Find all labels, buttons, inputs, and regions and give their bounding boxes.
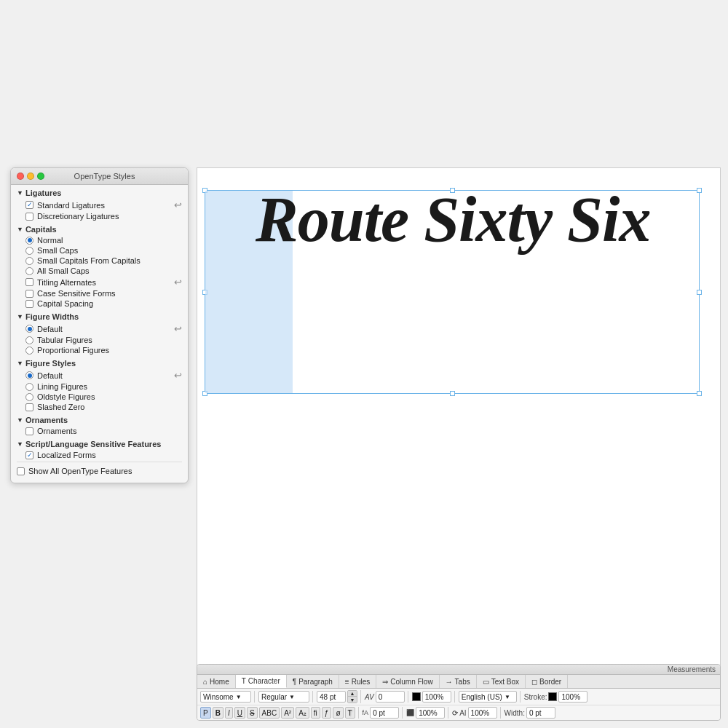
- checkbox-ornaments[interactable]: [25, 427, 33, 435]
- font-size-input[interactable]: 48 pt: [317, 691, 346, 703]
- canvas-text[interactable]: Route Sixty Six: [256, 183, 650, 256]
- option-proportional-figures[interactable]: Proportional Figures: [11, 345, 188, 355]
- scale-h-input[interactable]: 100%: [416, 707, 445, 719]
- tab-column-flow[interactable]: ⇒ Column Flow: [376, 675, 439, 688]
- figure-styles-arrow: ▼: [17, 360, 23, 367]
- baseline-input[interactable]: 0 pt: [370, 707, 399, 719]
- radio-normal[interactable]: [25, 237, 33, 245]
- oe-btn[interactable]: ø: [333, 707, 343, 719]
- option-case-sensitive-forms[interactable]: Case Sensitive Forms: [11, 288, 188, 298]
- option-slashed-zero[interactable]: Slashed Zero: [11, 402, 188, 412]
- font-size-stepper[interactable]: ▲ ▼: [347, 690, 357, 703]
- superscript-btn[interactable]: A²: [281, 707, 294, 719]
- checkbox-case-sensitive-forms[interactable]: [25, 290, 33, 298]
- italic-btn[interactable]: I: [225, 707, 233, 719]
- section-capitals[interactable]: ▼ Capitals: [11, 221, 188, 235]
- tab-tabs[interactable]: → Tabs: [440, 675, 477, 688]
- tab-character[interactable]: T Character: [236, 675, 287, 688]
- section-figure-styles[interactable]: ▼ Figure Styles: [11, 355, 188, 369]
- radio-lining-figures[interactable]: [25, 383, 33, 391]
- underline-btn[interactable]: U: [234, 707, 245, 719]
- lining-figures-label: Lining Figures: [37, 382, 87, 391]
- handle-bottom-center[interactable]: [450, 391, 455, 396]
- measurements-bar: Measurements ⌂ Home T Character ¶ Paragr…: [197, 664, 721, 721]
- stroke-swatch[interactable]: [548, 692, 557, 701]
- option-localized-forms[interactable]: Localized Forms: [11, 450, 188, 460]
- checkbox-titling-alternates[interactable]: [25, 278, 33, 286]
- language-select[interactable]: English (US) ▼: [459, 691, 517, 703]
- option-lining-figures[interactable]: Lining Figures: [11, 381, 188, 392]
- option-discretionary-ligatures[interactable]: Discretionary Ligatures: [11, 211, 188, 221]
- strikethrough-btn[interactable]: S: [247, 707, 258, 719]
- show-all-row[interactable]: Show All OpenType Features: [11, 464, 188, 478]
- kern-input[interactable]: 0: [376, 691, 405, 703]
- radio-all-small-caps[interactable]: [25, 267, 33, 275]
- tab-text-box[interactable]: ▭ Text Box: [477, 675, 526, 688]
- handle-bottom-right[interactable]: [697, 391, 702, 396]
- option-oldstyle-figures[interactable]: Oldstyle Figures: [11, 392, 188, 402]
- section-ligatures[interactable]: ▼ Ligatures: [11, 185, 188, 199]
- checkbox-standard-ligatures[interactable]: [25, 201, 33, 209]
- opentype-panel: OpenType Styles ▼ Ligatures Standard Lig…: [10, 167, 189, 483]
- font-style-select[interactable]: Regular ▼: [258, 691, 309, 703]
- option-all-small-caps[interactable]: All Small Caps: [11, 266, 188, 276]
- tab-paragraph[interactable]: ¶ Paragraph: [287, 675, 339, 688]
- tab-home[interactable]: ⌂ Home: [197, 675, 236, 688]
- shadow-btn[interactable]: T: [345, 707, 355, 719]
- checkbox-show-all[interactable]: [17, 467, 25, 475]
- show-all-label: Show All OpenType Features: [28, 467, 132, 475]
- tab-rules[interactable]: ≡ Rules: [339, 675, 376, 688]
- ai-input[interactable]: 100%: [468, 707, 497, 719]
- width-input[interactable]: 0 pt: [526, 707, 555, 719]
- font-size-up[interactable]: ▲: [348, 691, 357, 697]
- font-size-down[interactable]: ▼: [348, 697, 357, 703]
- section-script-language[interactable]: ▼ Script/Language Sensitive Features: [11, 436, 188, 450]
- radio-small-caps[interactable]: [25, 247, 33, 255]
- checkbox-capital-spacing[interactable]: [25, 300, 33, 308]
- radio-fs-default[interactable]: [25, 371, 33, 379]
- option-tabular-figures[interactable]: Tabular Figures: [11, 335, 188, 345]
- option-normal[interactable]: Normal: [11, 235, 188, 245]
- option-titling-alternates[interactable]: Titling Alternates ↩: [11, 276, 188, 288]
- section-figure-widths[interactable]: ▼ Figure Widths: [11, 309, 188, 323]
- font-name-select[interactable]: Winsome ▼: [200, 691, 251, 703]
- option-capital-spacing[interactable]: Capital Spacing: [11, 298, 188, 309]
- color-swatch[interactable]: [412, 692, 421, 701]
- color-group: 100%: [412, 691, 455, 703]
- option-ornaments[interactable]: Ornaments: [11, 426, 188, 436]
- para-format-btn[interactable]: P: [200, 707, 211, 719]
- checkbox-discretionary-ligatures[interactable]: [25, 213, 33, 221]
- fl-ligature-btn[interactable]: ƒ: [322, 707, 332, 719]
- super-label: A²: [284, 709, 291, 717]
- radio-small-caps-from-capitals[interactable]: [25, 257, 33, 265]
- paragraph-icon: ¶: [293, 678, 296, 686]
- checkbox-slashed-zero[interactable]: [25, 403, 33, 411]
- option-fw-default[interactable]: Default ↩: [11, 323, 188, 335]
- opacity-input[interactable]: 100%: [422, 691, 451, 703]
- stroke-value-box[interactable]: 100%: [558, 691, 587, 703]
- option-standard-ligatures[interactable]: Standard Ligatures ↩: [11, 199, 188, 211]
- fl-label: ƒ: [325, 709, 329, 717]
- section-ornaments[interactable]: ▼ Ornaments: [11, 412, 188, 426]
- zoom-button[interactable]: [37, 173, 44, 180]
- checkbox-localized-forms[interactable]: [25, 451, 33, 459]
- radio-oldstyle-figures[interactable]: [25, 393, 33, 401]
- option-small-caps[interactable]: Small Caps: [11, 245, 188, 256]
- standard-ligatures-label: Standard Ligatures: [37, 201, 105, 210]
- option-small-caps-from-capitals[interactable]: Small Capitals From Capitals: [11, 256, 188, 266]
- close-button[interactable]: [17, 173, 24, 180]
- handle-top-right[interactable]: [697, 188, 702, 193]
- tab-border[interactable]: ◻ Border: [526, 675, 568, 688]
- radio-proportional-figures[interactable]: [25, 347, 33, 355]
- option-fs-default[interactable]: Default ↩: [11, 369, 188, 381]
- caps-btn[interactable]: ABC: [259, 707, 280, 719]
- fi-ligature-btn[interactable]: fi: [311, 707, 320, 719]
- radio-fw-default[interactable]: [25, 325, 33, 333]
- minimize-button[interactable]: [27, 173, 34, 180]
- handle-mid-right[interactable]: [697, 290, 702, 295]
- radio-tabular-figures[interactable]: [25, 336, 33, 344]
- subscript-btn[interactable]: A₂: [296, 707, 309, 719]
- normal-label: Normal: [37, 236, 63, 245]
- font-style-arrow: ▼: [289, 694, 295, 700]
- bold-btn[interactable]: B: [213, 707, 223, 719]
